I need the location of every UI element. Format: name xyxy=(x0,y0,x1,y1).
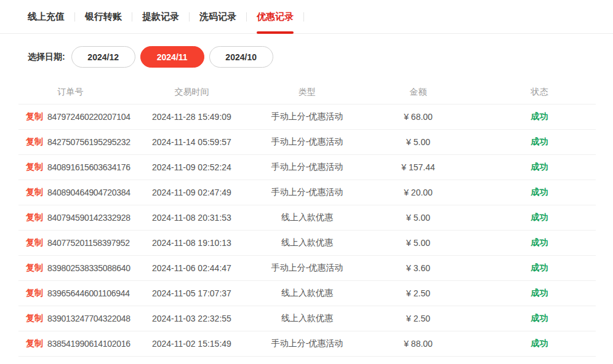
copy-button[interactable]: 复制 xyxy=(26,111,43,122)
transaction-type: 手动上分-优惠活动 xyxy=(261,338,353,349)
order-number: 839013247704322048 xyxy=(47,314,130,323)
table-row: 复制 840891615603634176 2024-11-09 02:52:2… xyxy=(18,155,596,180)
table-header-row: 订单号 交易时间 类型 金额 状态 xyxy=(18,80,596,105)
amount: ¥ 3.60 xyxy=(353,263,483,273)
tab-promo-records[interactable]: 优惠记录 xyxy=(257,0,294,33)
transaction-time: 2024-11-03 22:32:55 xyxy=(122,314,261,323)
order-cell: 复制 840775201158397952 xyxy=(18,237,122,248)
order-number: 847972460220207104 xyxy=(47,112,130,122)
table-row: 复制 847972460220207104 2024-11-28 15:49:0… xyxy=(18,105,596,130)
amount: ¥ 5.00 xyxy=(353,137,483,147)
transaction-time: 2024-11-02 15:15:49 xyxy=(122,339,261,349)
table-row: 复制 839802538335088640 2024-11-06 02:44:4… xyxy=(18,256,596,281)
transaction-time: 2024-11-28 15:49:09 xyxy=(122,112,261,122)
order-number: 840891615603634176 xyxy=(47,162,130,172)
order-cell: 复制 839802538335088640 xyxy=(18,263,122,274)
order-cell: 复制 847972460220207104 xyxy=(18,111,122,122)
tab-label: 优惠记录 xyxy=(257,11,294,23)
order-cell: 复制 840794590142332928 xyxy=(18,212,122,223)
copy-button[interactable]: 复制 xyxy=(26,338,43,349)
copy-button[interactable]: 复制 xyxy=(26,263,43,274)
table-row: 复制 840794590142332928 2024-11-08 20:31:5… xyxy=(18,205,596,231)
copy-button[interactable]: 复制 xyxy=(26,237,43,248)
column-header-amount: 金额 xyxy=(353,87,483,98)
status-badge: 成功 xyxy=(483,212,596,223)
transaction-type: 手动上分-优惠活动 xyxy=(261,187,353,198)
transaction-type: 线上入款优惠 xyxy=(261,288,353,299)
amount: ¥ 2.50 xyxy=(353,288,483,298)
tab-rebate-records[interactable]: 洗码记录 xyxy=(199,0,236,33)
tab-online-recharge[interactable]: 线上充值 xyxy=(28,0,65,33)
tab-label: 线上充值 xyxy=(28,11,65,23)
transaction-type: 手动上分-优惠活动 xyxy=(261,136,353,148)
tab-divider xyxy=(132,12,132,22)
date-filter: 选择日期: 2024/12 2024/11 2024/10 xyxy=(28,46,613,68)
order-cell: 复制 839656446001106944 xyxy=(18,288,122,299)
status-badge: 成功 xyxy=(483,288,596,299)
table-row: 复制 840775201158397952 2024-11-08 19:10:1… xyxy=(18,231,596,256)
tab-label: 银行转账 xyxy=(85,11,122,23)
date-option-2024-11[interactable]: 2024/11 xyxy=(140,46,204,68)
status-badge: 成功 xyxy=(483,187,596,198)
order-cell: 复制 840891615603634176 xyxy=(18,162,122,173)
order-cell: 复制 838541990614102016 xyxy=(18,338,122,349)
column-header-order: 订单号 xyxy=(18,87,122,98)
transaction-type: 手动上分-优惠活动 xyxy=(261,263,353,274)
order-number: 840775201158397952 xyxy=(47,238,130,248)
copy-button[interactable]: 复制 xyxy=(26,212,43,223)
copy-button[interactable]: 复制 xyxy=(26,136,43,148)
order-number: 840890464904720384 xyxy=(47,188,130,197)
transaction-time: 2024-11-14 05:59:57 xyxy=(122,137,261,147)
amount: ¥ 2.50 xyxy=(353,314,483,323)
order-cell: 复制 840890464904720384 xyxy=(18,187,122,198)
order-number: 839656446001106944 xyxy=(47,288,130,298)
tab-label: 提款记录 xyxy=(142,11,179,23)
column-header-type: 类型 xyxy=(261,87,353,98)
order-cell: 复制 839013247704322048 xyxy=(18,313,122,324)
amount: ¥ 5.00 xyxy=(353,238,483,248)
status-badge: 成功 xyxy=(483,162,596,173)
transaction-type: 线上入款优惠 xyxy=(261,313,353,324)
date-option-2024-12[interactable]: 2024/12 xyxy=(71,46,135,68)
record-tabbar: 线上充值 银行转账 提款记录 洗码记录 优惠记录 xyxy=(0,0,613,34)
copy-button[interactable]: 复制 xyxy=(26,288,43,299)
order-number: 839802538335088640 xyxy=(47,263,130,273)
column-header-status: 状态 xyxy=(483,87,596,98)
order-number: 842750756195295232 xyxy=(47,137,130,147)
date-option-2024-10[interactable]: 2024/10 xyxy=(209,46,273,68)
status-badge: 成功 xyxy=(483,237,596,248)
date-option-label: 2024/10 xyxy=(225,52,257,62)
column-header-time: 交易时间 xyxy=(122,87,261,98)
tab-divider xyxy=(246,12,247,22)
table-row: 复制 842750756195295232 2024-11-14 05:59:5… xyxy=(18,130,596,155)
status-badge: 成功 xyxy=(483,263,596,274)
copy-button[interactable]: 复制 xyxy=(26,313,43,324)
status-badge: 成功 xyxy=(483,136,596,148)
copy-button[interactable]: 复制 xyxy=(26,162,43,173)
active-tab-underline xyxy=(257,31,294,34)
order-cell: 复制 842750756195295232 xyxy=(18,136,122,148)
tab-withdrawal-records[interactable]: 提款记录 xyxy=(142,0,179,33)
amount: ¥ 68.00 xyxy=(353,112,483,122)
transaction-time: 2024-11-09 02:47:49 xyxy=(122,188,261,197)
copy-button[interactable]: 复制 xyxy=(26,187,43,198)
transaction-time: 2024-11-09 02:52:24 xyxy=(122,162,261,172)
amount: ¥ 157.44 xyxy=(353,162,483,172)
transaction-type: 手动上分-优惠活动 xyxy=(261,162,353,173)
status-badge: 成功 xyxy=(483,338,596,349)
transaction-type: 线上入款优惠 xyxy=(261,212,353,223)
tab-bank-transfer[interactable]: 银行转账 xyxy=(85,0,122,33)
order-number: 840794590142332928 xyxy=(47,213,130,223)
transaction-type: 手动上分-优惠活动 xyxy=(261,111,353,122)
transaction-time: 2024-11-06 02:44:47 xyxy=(122,263,261,273)
table-row: 复制 839013247704322048 2024-11-03 22:32:5… xyxy=(18,306,596,331)
date-option-label: 2024/12 xyxy=(87,52,119,62)
status-badge: 成功 xyxy=(483,111,596,122)
status-badge: 成功 xyxy=(483,313,596,324)
transaction-type: 线上入款优惠 xyxy=(261,237,353,248)
table-row: 复制 838541990614102016 2024-11-02 15:15:4… xyxy=(18,331,596,357)
transaction-time: 2024-11-08 19:10:13 xyxy=(122,238,261,248)
promo-records-table: 订单号 交易时间 类型 金额 状态 复制 847972460220207104 … xyxy=(18,80,596,357)
date-filter-label: 选择日期: xyxy=(28,52,65,63)
transaction-time: 2024-11-08 20:31:53 xyxy=(122,213,261,223)
